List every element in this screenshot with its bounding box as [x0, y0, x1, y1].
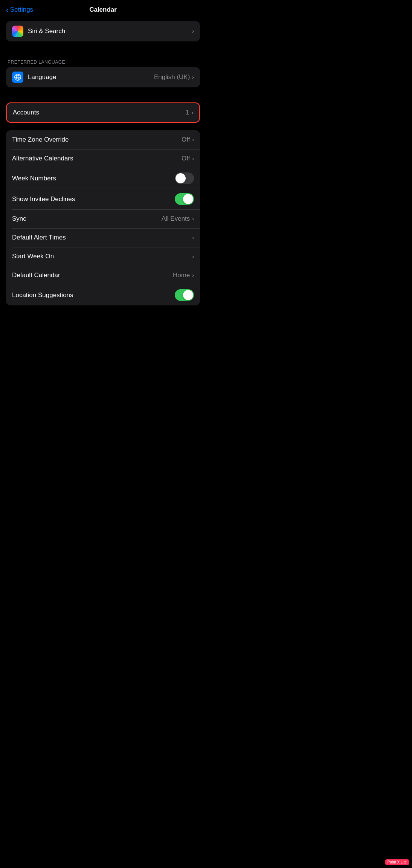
- language-row[interactable]: Language English (UK) ›: [6, 67, 200, 87]
- sync-chevron-icon: ›: [192, 216, 194, 222]
- default-calendar-label: Default Calendar: [12, 272, 173, 279]
- language-chevron-icon: ›: [192, 74, 194, 80]
- language-label: Language: [28, 73, 154, 81]
- alternative-calendars-row[interactable]: Alternative Calendars Off ›: [6, 149, 200, 168]
- accounts-row[interactable]: Accounts 1 ›: [7, 103, 199, 122]
- sync-row[interactable]: Sync All Events ›: [6, 209, 200, 228]
- siri-search-card: Siri & Search ›: [6, 21, 200, 41]
- alternative-calendars-chevron-icon: ›: [192, 156, 194, 162]
- back-chevron-icon: ‹: [6, 6, 9, 14]
- time-zone-override-label: Time Zone Override: [12, 136, 182, 143]
- accounts-label: Accounts: [13, 109, 186, 116]
- spacer-2: [0, 95, 206, 102]
- start-week-on-label: Start Week On: [12, 253, 192, 260]
- back-button[interactable]: ‹ Settings: [6, 6, 33, 14]
- siri-search-label: Siri & Search: [28, 27, 192, 35]
- back-label: Settings: [10, 6, 33, 14]
- siri-search-chevron-icon: ›: [192, 28, 194, 34]
- location-suggestions-row: Location Suggestions: [6, 285, 200, 305]
- show-invitee-declines-toggle[interactable]: [175, 193, 194, 205]
- spacer-1: [0, 49, 206, 56]
- default-calendar-row[interactable]: Default Calendar Home ›: [6, 266, 200, 285]
- content: Siri & Search › PREFERRED LANGUAGE Langu…: [0, 18, 206, 308]
- sync-value: All Events: [162, 215, 190, 223]
- spacer-3: [0, 123, 206, 130]
- week-numbers-label: Week Numbers: [12, 175, 175, 182]
- week-numbers-toggle-knob: [175, 173, 186, 183]
- show-invitee-declines-label: Show Invitee Declines: [12, 195, 175, 203]
- header: ‹ Settings Calendar: [0, 0, 206, 18]
- siri-search-row[interactable]: Siri & Search ›: [6, 21, 200, 41]
- language-value: English (UK): [154, 73, 190, 81]
- location-suggestions-toggle[interactable]: [175, 289, 194, 301]
- siri-icon: [12, 26, 23, 37]
- time-zone-override-value: Off: [182, 136, 190, 143]
- globe-icon: [12, 72, 23, 83]
- default-calendar-value: Home: [173, 272, 190, 279]
- accounts-value: 1: [186, 109, 189, 116]
- start-week-on-chevron-icon: ›: [192, 253, 194, 259]
- sync-label: Sync: [12, 215, 162, 223]
- accounts-card[interactable]: Accounts 1 ›: [6, 102, 200, 123]
- show-invitee-declines-row: Show Invitee Declines: [6, 189, 200, 209]
- start-week-on-row[interactable]: Start Week On ›: [6, 247, 200, 266]
- default-alert-times-chevron-icon: ›: [192, 235, 194, 241]
- language-card: Language English (UK) ›: [6, 67, 200, 87]
- alternative-calendars-label: Alternative Calendars: [12, 155, 182, 162]
- time-zone-override-chevron-icon: ›: [192, 137, 194, 143]
- week-numbers-row: Week Numbers: [6, 168, 200, 189]
- week-numbers-toggle[interactable]: [175, 172, 194, 184]
- preferred-language-section: PREFERRED LANGUAGE Language English (UK)…: [0, 56, 206, 87]
- calendar-settings-card: Time Zone Override Off › Alternative Cal…: [6, 130, 200, 305]
- time-zone-override-row[interactable]: Time Zone Override Off ›: [6, 130, 200, 149]
- location-suggestions-label: Location Suggestions: [12, 291, 175, 299]
- default-calendar-chevron-icon: ›: [192, 272, 194, 278]
- location-suggestions-toggle-knob: [183, 290, 193, 300]
- page-title: Calendar: [89, 6, 117, 14]
- default-alert-times-label: Default Alert Times: [12, 234, 192, 241]
- show-invitee-declines-toggle-knob: [183, 194, 193, 204]
- alternative-calendars-value: Off: [182, 155, 190, 162]
- accounts-chevron-icon: ›: [191, 110, 193, 116]
- preferred-language-section-label: PREFERRED LANGUAGE: [0, 56, 206, 67]
- default-alert-times-row[interactable]: Default Alert Times ›: [6, 228, 200, 247]
